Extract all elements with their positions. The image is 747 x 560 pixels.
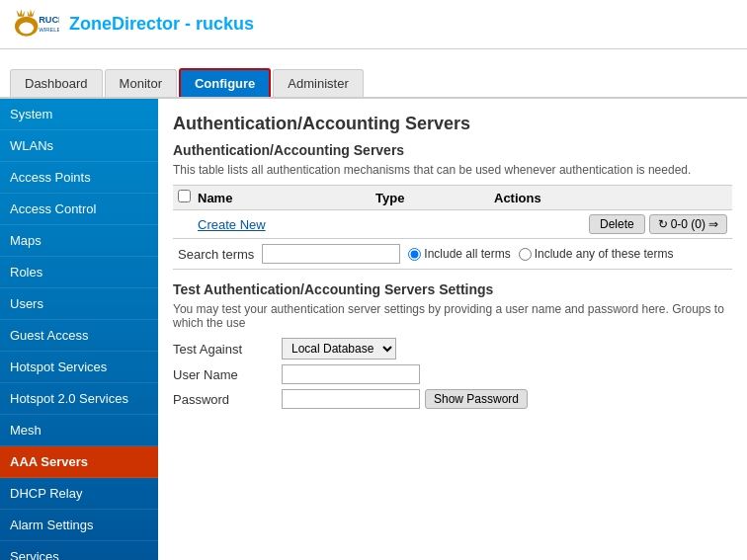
- test-section-desc: You may test your authentication server …: [173, 302, 732, 330]
- radio-include-all[interactable]: [408, 248, 421, 261]
- tab-monitor[interactable]: Monitor: [105, 69, 177, 97]
- logo: RUCKUS WIRELESS: [10, 7, 59, 42]
- sidebar-item-users[interactable]: Users: [0, 288, 158, 320]
- page-title: Authentication/Accounting Servers: [173, 114, 732, 134]
- svg-text:RUCKUS: RUCKUS: [39, 15, 59, 25]
- test-against-label: Test Against: [173, 342, 282, 357]
- delete-button[interactable]: Delete: [589, 214, 645, 234]
- password-label: Password: [173, 392, 282, 407]
- sidebar-item-access-control[interactable]: Access Control: [0, 194, 158, 225]
- search-row: Search terms Include all terms Include a…: [173, 239, 732, 270]
- create-row: Create New Delete ↻ 0-0 (0) ⇒: [173, 210, 732, 239]
- sidebar-item-services[interactable]: Services: [0, 541, 158, 560]
- refresh-icon: ↻: [658, 217, 668, 231]
- password-row: Password Show Password: [173, 389, 732, 409]
- actions-area: Delete ↻ 0-0 (0) ⇒: [589, 214, 727, 234]
- tab-configure[interactable]: Configure: [179, 68, 271, 97]
- create-new-button[interactable]: Create New: [198, 217, 266, 232]
- section-title: Authentication/Accounting Servers: [173, 142, 732, 158]
- user-name-input[interactable]: [282, 364, 420, 384]
- radio-include-any[interactable]: [519, 248, 532, 261]
- sidebar-item-access-points[interactable]: Access Points: [0, 162, 158, 194]
- tab-administer[interactable]: Administer: [273, 69, 363, 97]
- sidebar: System WLANs Access Points Access Contro…: [0, 99, 158, 560]
- col-header-actions: Actions: [494, 191, 727, 205]
- show-password-button[interactable]: Show Password: [425, 389, 528, 409]
- sidebar-item-maps[interactable]: Maps: [0, 225, 158, 257]
- table-header: Name Type Actions: [173, 185, 732, 210]
- sidebar-item-dhcp-relay[interactable]: DHCP Relay: [0, 478, 158, 510]
- nav-tabs: Dashboard Monitor Configure Administer: [0, 49, 747, 99]
- counter-button[interactable]: ↻ 0-0 (0) ⇒: [649, 214, 727, 234]
- test-against-row: Test Against Local Database: [173, 338, 732, 360]
- col-header-type: Type: [375, 191, 494, 205]
- sidebar-item-system[interactable]: System: [0, 99, 158, 130]
- radio-any-text: Include any of these terms: [535, 247, 674, 261]
- sidebar-item-hotspot-2-services[interactable]: Hotspot 2.0 Services: [0, 383, 158, 415]
- sidebar-item-roles[interactable]: Roles: [0, 257, 158, 288]
- sidebar-item-aaa-servers[interactable]: AAA Servers: [0, 446, 158, 478]
- test-section: Test Authentication/Accounting Servers S…: [173, 281, 732, 409]
- header: RUCKUS WIRELESS ZoneDirector - ruckus: [0, 0, 747, 49]
- search-input[interactable]: [262, 244, 400, 264]
- sidebar-item-mesh[interactable]: Mesh: [0, 415, 158, 446]
- radio-any-label[interactable]: Include any of these terms: [519, 247, 674, 261]
- section-desc: This table lists all authentication mech…: [173, 163, 732, 177]
- counter-value: 0-0 (0): [671, 217, 706, 231]
- content-area: Authentication/Accounting Servers Authen…: [158, 99, 747, 560]
- svg-point-3: [19, 22, 34, 34]
- svg-text:WIRELESS: WIRELESS: [39, 26, 59, 32]
- sidebar-item-alarm-settings[interactable]: Alarm Settings: [0, 510, 158, 541]
- test-section-title: Test Authentication/Accounting Servers S…: [173, 281, 732, 297]
- app-title: ZoneDirector - ruckus: [69, 14, 254, 35]
- sidebar-item-guest-access[interactable]: Guest Access: [0, 320, 158, 352]
- col-header-name: Name: [198, 191, 375, 205]
- svg-marker-1: [17, 9, 25, 17]
- sidebar-item-wlans[interactable]: WLANs: [0, 130, 158, 162]
- tab-dashboard[interactable]: Dashboard: [10, 69, 103, 97]
- main-layout: System WLANs Access Points Access Contro…: [0, 99, 747, 560]
- radio-all-text: Include all terms: [424, 247, 510, 261]
- export-icon: ⇒: [708, 217, 718, 231]
- radio-all-label[interactable]: Include all terms: [408, 247, 510, 261]
- search-label: Search terms: [178, 247, 254, 262]
- svg-marker-2: [28, 9, 36, 17]
- sidebar-item-hotspot-services[interactable]: Hotspot Services: [0, 352, 158, 383]
- password-input[interactable]: [282, 389, 420, 409]
- user-name-label: User Name: [173, 367, 282, 382]
- test-against-select[interactable]: Local Database: [282, 338, 396, 360]
- select-all-checkbox[interactable]: [178, 190, 191, 202]
- user-name-row: User Name: [173, 364, 732, 384]
